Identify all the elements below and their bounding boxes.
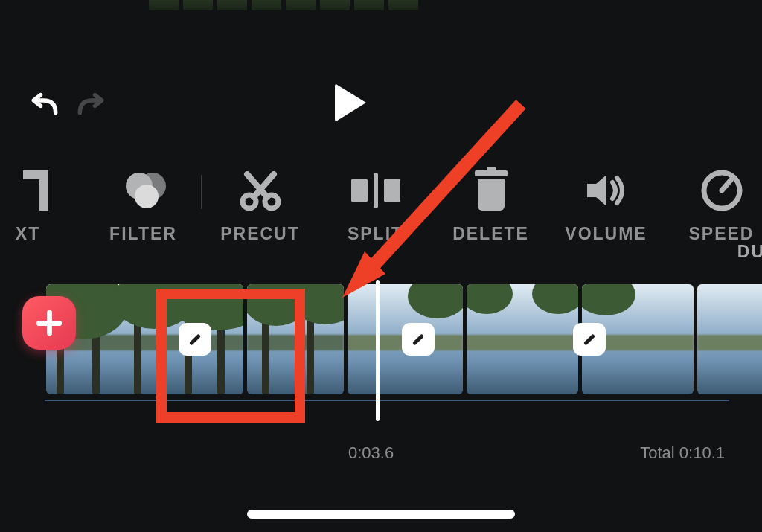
tool-filter[interactable]: FILTER xyxy=(86,167,201,272)
transition-handle-icon xyxy=(412,333,424,345)
playhead[interactable] xyxy=(376,280,380,421)
home-indicator xyxy=(247,510,515,519)
tool-duplicate-partial[interactable]: DU xyxy=(737,242,762,262)
add-clip-button[interactable] xyxy=(22,296,76,350)
tool-label: XT xyxy=(16,224,40,244)
undo-button[interactable] xyxy=(28,92,61,128)
tool-label: SPEED xyxy=(689,224,755,244)
tool-label: DELETE xyxy=(452,224,529,244)
annotation-highlight-box xyxy=(156,289,305,423)
speedometer-icon xyxy=(699,168,744,213)
tool-label: SPLIT xyxy=(348,224,403,244)
svg-line-5 xyxy=(722,180,731,190)
tool-split[interactable]: SPLIT xyxy=(318,167,433,272)
transition-handle-icon xyxy=(583,333,595,345)
text-icon xyxy=(8,170,48,211)
filter-icon xyxy=(123,170,164,211)
scissors-icon xyxy=(240,170,281,211)
edit-toolbar: XT FILTER PRECUT SPLIT DELETE VOLUME xyxy=(0,167,762,279)
tool-label: PRECUT xyxy=(220,224,300,244)
redo-icon xyxy=(74,92,107,125)
timeline-ruler xyxy=(45,400,729,401)
undo-icon xyxy=(28,92,61,125)
redo-button[interactable] xyxy=(74,92,107,128)
video-editor-screen: { "playback": { "current_time_label": "0… xyxy=(0,0,762,532)
tool-label: VOLUME xyxy=(565,224,647,244)
tool-label: FILTER xyxy=(109,224,177,244)
volume-icon xyxy=(584,172,629,209)
transition-box-2[interactable] xyxy=(402,323,435,356)
trash-icon xyxy=(475,170,508,211)
split-icon xyxy=(351,173,400,208)
clip-6[interactable] xyxy=(697,284,762,394)
tool-precut[interactable]: PRECUT xyxy=(202,167,318,272)
transport-row xyxy=(0,89,762,134)
total-time-label: Total 0:10.1 xyxy=(640,443,725,463)
tool-text[interactable]: XT xyxy=(0,167,86,272)
transition-box-3[interactable] xyxy=(573,323,606,356)
tool-volume[interactable]: VOLUME xyxy=(548,167,664,272)
current-time-label: 0:03.6 xyxy=(348,443,394,463)
preview-strip xyxy=(0,0,762,10)
tool-delete[interactable]: DELETE xyxy=(433,167,548,272)
clip-4[interactable] xyxy=(467,284,578,394)
play-button[interactable] xyxy=(335,83,366,122)
timeline[interactable] xyxy=(0,284,762,411)
